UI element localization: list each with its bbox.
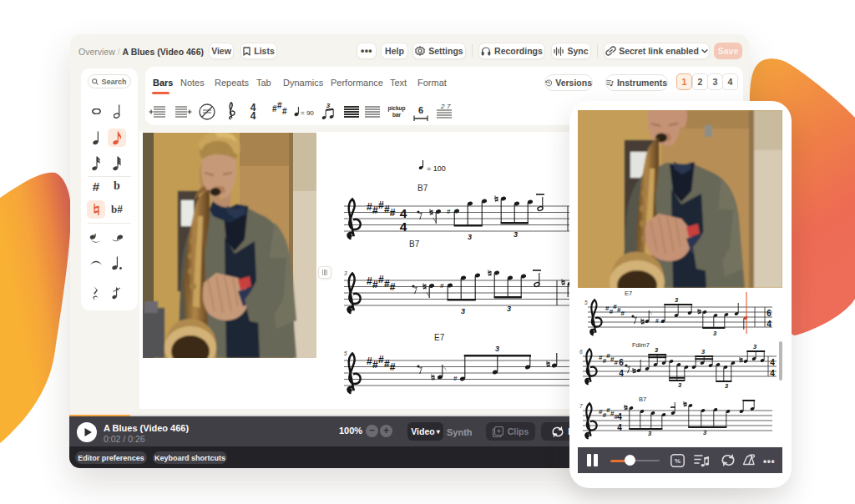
svg-text:3: 3 [725,382,729,390]
svg-text:#: # [372,359,378,370]
svg-text:%: % [675,457,680,465]
svg-text:= 90: = 90 [301,109,314,117]
svg-text:#: # [282,107,287,116]
svg-text:3: 3 [461,307,465,315]
svg-text:#: # [372,279,378,290]
svg-text:4: 4 [250,110,256,122]
svg-text:6: 6 [619,358,624,367]
svg-text:E7: E7 [434,333,445,342]
svg-text:E7: E7 [625,290,632,297]
svg-text:#: # [384,358,390,370]
svg-text:3: 3 [468,233,472,241]
svg-text:#: # [378,199,384,211]
svg-text:6: 6 [579,349,583,355]
svg-text:3: 3 [753,343,757,350]
svg-text:3: 3 [344,270,347,276]
svg-text:#: # [621,310,625,317]
svg-text:#: # [367,275,372,287]
svg-text:7: 7 [447,103,451,110]
svg-text:#: # [372,204,378,216]
svg-text:6: 6 [766,309,772,318]
svg-text:#: # [367,355,372,367]
svg-text:3: 3 [678,381,682,389]
svg-text:4: 4 [400,219,407,234]
svg-text:3: 3 [701,348,706,355]
svg-text:4: 4 [770,369,775,378]
svg-text:#: # [390,361,396,373]
svg-text:4: 4 [770,358,775,367]
svg-text:#: # [384,204,390,215]
svg-text:#: # [367,201,372,213]
svg-text:4: 4 [617,423,622,432]
svg-text:4: 4 [617,412,622,421]
svg-text:4: 4 [400,206,407,220]
svg-text:bar: bar [392,112,402,118]
svg-text:#: # [615,359,619,366]
svg-text:4: 4 [766,320,772,329]
svg-text:4: 4 [619,369,624,378]
svg-text:2: 2 [440,103,445,110]
svg-text:#: # [378,354,384,365]
svg-text:B7: B7 [409,239,420,249]
svg-text:#: # [378,274,384,285]
svg-text:5: 5 [584,300,588,305]
svg-text:3: 3 [507,305,511,313]
svg-text:#: # [390,281,396,293]
svg-text:B7: B7 [417,184,428,193]
svg-text:3: 3 [655,346,659,354]
svg-text:3: 3 [495,345,499,353]
svg-text:3: 3 [326,102,331,109]
svg-text:3: 3 [675,296,679,304]
svg-text:= 100: = 100 [427,164,446,173]
svg-text:7: 7 [579,403,583,409]
svg-text:#: # [655,318,659,324]
svg-text:Fdim7: Fdim7 [632,341,650,349]
svg-text:B7: B7 [639,396,646,403]
svg-text:3: 3 [713,330,717,337]
svg-text:6: 6 [418,105,423,115]
svg-text:5: 5 [344,350,347,356]
svg-text:#: # [453,375,458,382]
svg-text:#: # [440,282,444,290]
svg-text:3: 3 [514,230,518,239]
svg-text:3: 3 [703,429,707,436]
svg-text:#: # [447,208,451,215]
svg-text:#: # [390,207,396,219]
svg-text:#: # [384,278,390,290]
